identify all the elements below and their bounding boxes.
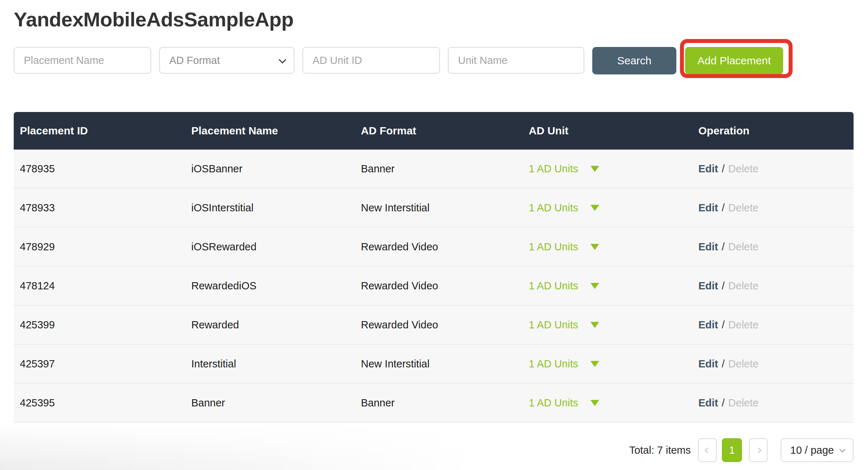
- delete-link[interactable]: Delete: [728, 241, 759, 253]
- operation-cell: Edit / Delete: [692, 397, 854, 409]
- page-size-select[interactable]: 10 / page: [781, 438, 854, 462]
- ad-format-cell: Banner: [355, 397, 523, 409]
- delete-link[interactable]: Delete: [728, 280, 759, 292]
- operation-cell: Edit / Delete: [692, 241, 854, 253]
- table-row: 478935 iOSBanner Banner 1 AD Units Edit …: [14, 150, 854, 189]
- operation-separator: /: [722, 202, 725, 214]
- caret-down-icon[interactable]: [590, 361, 599, 367]
- delete-link[interactable]: Delete: [728, 163, 759, 175]
- placement-id-cell: 425399: [14, 319, 185, 331]
- ad-format-cell: New Interstitial: [355, 202, 523, 214]
- table-row: 478929 iOSRewarded Rewarded Video 1 AD U…: [14, 228, 854, 267]
- ad-unit-cell: 1 AD Units: [523, 358, 692, 370]
- edit-link[interactable]: Edit: [698, 163, 718, 175]
- operation-separator: /: [722, 358, 725, 370]
- placement-name-cell: RewardediOS: [185, 280, 355, 292]
- add-placement-wrapper: Add Placement: [685, 47, 783, 74]
- chevron-right-icon: [755, 447, 761, 453]
- current-page-button[interactable]: 1: [722, 438, 742, 462]
- edit-link[interactable]: Edit: [698, 280, 718, 292]
- ad-format-cell: Rewarded Video: [355, 241, 523, 253]
- placement-id-cell: 425397: [14, 358, 185, 370]
- placement-id-cell: 478933: [14, 202, 185, 214]
- pagination-bar: Total: 7 items 1 10 / page: [14, 438, 854, 462]
- ad-format-cell: Rewarded Video: [355, 280, 523, 292]
- page-title: YandexMobileAdsSampleApp: [14, 9, 868, 30]
- placement-id-cell: 478935: [14, 163, 185, 175]
- table-header-row: Placement ID Placement Name AD Format AD…: [14, 112, 854, 150]
- delete-link[interactable]: Delete: [728, 358, 759, 370]
- ad-units-link[interactable]: 1 AD Units: [529, 397, 578, 409]
- placement-name-cell: iOSRewarded: [185, 241, 355, 253]
- ad-unit-cell: 1 AD Units: [523, 241, 692, 253]
- delete-link[interactable]: Delete: [728, 319, 759, 331]
- operation-separator: /: [722, 241, 725, 253]
- previous-page-button[interactable]: [698, 438, 717, 462]
- edit-link[interactable]: Edit: [698, 241, 718, 253]
- ad-units-link[interactable]: 1 AD Units: [529, 319, 578, 331]
- delete-link[interactable]: Delete: [728, 397, 759, 409]
- ad-unit-cell: 1 AD Units: [523, 163, 692, 175]
- caret-down-icon[interactable]: [590, 400, 599, 406]
- column-header-placement-name: Placement Name: [185, 125, 355, 137]
- ad-unit-id-input[interactable]: [302, 47, 440, 74]
- chevron-down-icon: [839, 446, 846, 452]
- ad-format-cell: Banner: [355, 163, 523, 175]
- placement-id-cell: 478124: [14, 280, 185, 292]
- chevron-left-icon: [705, 447, 710, 453]
- caret-down-icon[interactable]: [590, 283, 599, 289]
- placement-name-input[interactable]: [14, 47, 151, 74]
- table-row: 478124 RewardediOS Rewarded Video 1 AD U…: [14, 267, 854, 306]
- table-row: 478933 iOSInterstitial New Interstitial …: [14, 189, 854, 228]
- ad-unit-cell: 1 AD Units: [523, 397, 692, 409]
- ad-format-cell: New Interstitial: [355, 358, 523, 370]
- column-header-ad-format: AD Format: [355, 125, 523, 137]
- ad-units-link[interactable]: 1 AD Units: [529, 163, 578, 175]
- edit-link[interactable]: Edit: [698, 202, 718, 214]
- column-header-ad-unit: AD Unit: [523, 125, 692, 137]
- operation-cell: Edit / Delete: [692, 319, 854, 331]
- placement-name-cell: iOSInterstitial: [185, 202, 355, 214]
- caret-down-icon[interactable]: [590, 244, 599, 250]
- filter-bar: AD Format Search Add Placement: [14, 47, 854, 74]
- column-header-operation: Operation: [692, 125, 854, 137]
- placement-name-cell: iOSBanner: [185, 163, 355, 175]
- ad-unit-cell: 1 AD Units: [523, 280, 692, 292]
- table-row: 425395 Banner Banner 1 AD Units Edit / D…: [14, 384, 854, 423]
- chevron-down-icon: [279, 56, 286, 63]
- table-row: 425397 Interstitial New Interstitial 1 A…: [14, 345, 854, 384]
- unit-name-input[interactable]: [448, 47, 584, 74]
- delete-link[interactable]: Delete: [728, 202, 759, 214]
- operation-separator: /: [722, 397, 725, 409]
- placement-name-cell: Interstitial: [185, 358, 355, 370]
- ad-format-select[interactable]: AD Format: [159, 47, 295, 74]
- ad-format-select-value: AD Format: [169, 55, 220, 66]
- edit-link[interactable]: Edit: [698, 319, 718, 331]
- next-page-button[interactable]: [749, 438, 768, 462]
- caret-down-icon[interactable]: [590, 322, 599, 328]
- operation-separator: /: [722, 319, 725, 331]
- operation-cell: Edit / Delete: [692, 280, 854, 292]
- placements-table: Placement ID Placement Name AD Format AD…: [14, 112, 854, 423]
- operation-cell: Edit / Delete: [692, 202, 854, 214]
- operation-cell: Edit / Delete: [692, 358, 854, 370]
- caret-down-icon[interactable]: [590, 205, 599, 211]
- operation-separator: /: [722, 163, 725, 175]
- ad-units-link[interactable]: 1 AD Units: [529, 202, 578, 214]
- ad-units-link[interactable]: 1 AD Units: [529, 280, 578, 292]
- ad-format-cell: Rewarded Video: [355, 319, 523, 331]
- page-size-value: 10 / page: [790, 444, 834, 456]
- ad-units-link[interactable]: 1 AD Units: [529, 241, 578, 253]
- operation-cell: Edit / Delete: [692, 163, 854, 175]
- placement-id-cell: 478929: [14, 241, 185, 253]
- placement-id-cell: 425395: [14, 397, 185, 409]
- ad-units-link[interactable]: 1 AD Units: [529, 358, 578, 370]
- placement-name-cell: Rewarded: [185, 319, 355, 331]
- placement-name-cell: Banner: [185, 397, 355, 409]
- ad-unit-cell: 1 AD Units: [523, 202, 692, 214]
- edit-link[interactable]: Edit: [698, 358, 718, 370]
- caret-down-icon[interactable]: [590, 166, 599, 172]
- search-button[interactable]: Search: [592, 47, 676, 74]
- add-placement-button[interactable]: Add Placement: [685, 47, 783, 74]
- edit-link[interactable]: Edit: [698, 397, 718, 409]
